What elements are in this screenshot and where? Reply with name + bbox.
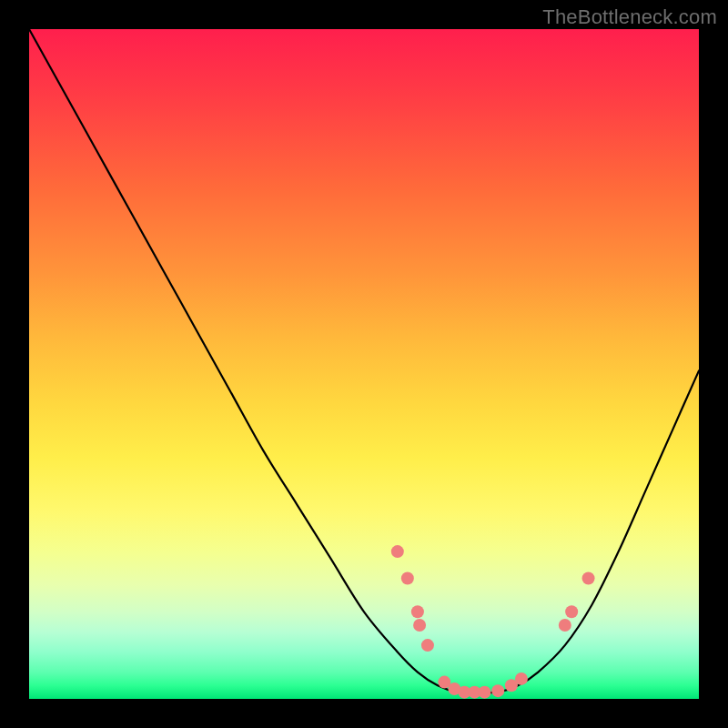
data-marker [491,684,504,697]
data-marker [411,605,424,618]
data-marker [582,572,595,585]
data-marker [413,619,426,632]
data-marker [401,572,414,585]
watermark-text: TheBottleneck.com [542,5,717,29]
data-marker [559,619,571,632]
data-marker [391,545,404,558]
chart-svg [29,29,699,699]
bottleneck-curve [29,29,699,693]
data-marker [421,639,434,652]
data-marker [515,672,528,685]
chart-frame: TheBottleneck.com [0,0,728,728]
plot-area [29,29,699,699]
data-marker [478,686,490,699]
data-marker [565,605,578,618]
